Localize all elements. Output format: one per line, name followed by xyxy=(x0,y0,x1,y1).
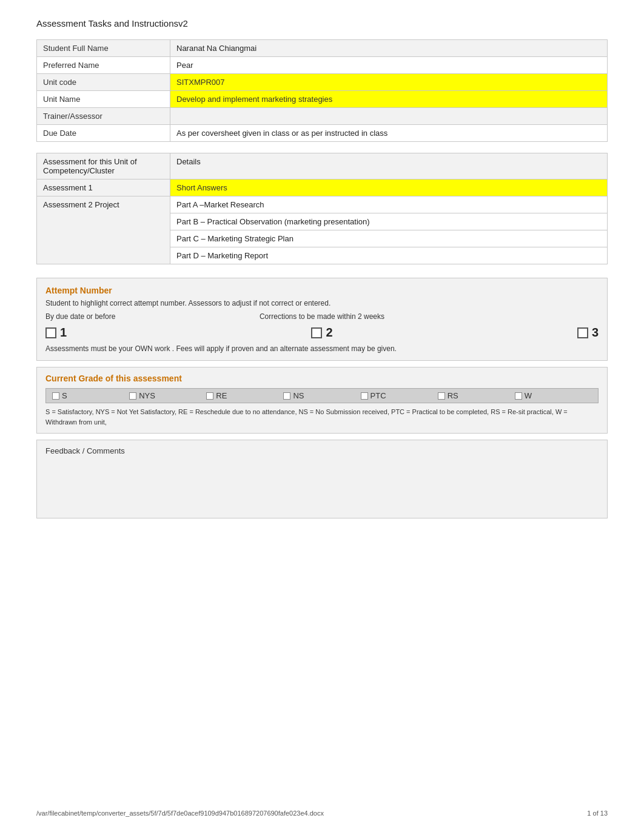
student-info-value: SITXMPR007 xyxy=(170,74,608,91)
own-work-note: Assessments must be your OWN work . Fees… xyxy=(45,344,599,353)
student-info-row: Student Full NameNaranat Na Chiangmai xyxy=(37,40,608,57)
assessment2-label: Assessment 2 Project xyxy=(37,196,170,264)
grade-checkbox-box xyxy=(52,392,59,400)
by-due-date-label: By due date or before xyxy=(45,312,230,321)
student-info-value: Pear xyxy=(170,57,608,74)
grade-option[interactable]: RE xyxy=(206,391,283,400)
student-info-value: Naranat Na Chiangmai xyxy=(170,40,608,57)
assessment-header-row: Assessment for this Unit of Competency/C… xyxy=(37,153,608,179)
grade-option[interactable]: NS xyxy=(283,391,360,400)
student-info-value xyxy=(170,108,608,125)
corrections-label: Corrections to be made within 2 weeks xyxy=(230,312,414,321)
grade-options-row: SNYSRENSPTCRSW xyxy=(45,388,599,403)
grade-legend: S = Satisfactory, NYS = Not Yet Satisfac… xyxy=(45,407,599,427)
assessment2-part-a: Part A –Market Research xyxy=(170,196,608,213)
checkbox-box-2 xyxy=(311,327,322,338)
assessment1-row: Assessment 1 Short Answers xyxy=(37,179,608,196)
checkbox-label-3: 3 xyxy=(592,326,599,340)
current-grade-section: Current Grade of this assessment SNYSREN… xyxy=(36,367,608,434)
attempt-checkbox-1[interactable]: 1 xyxy=(45,326,230,340)
assessment-header-value: Details xyxy=(170,153,608,179)
student-info-value: As per coversheet given in class or as p… xyxy=(170,125,608,142)
grade-option[interactable]: NYS xyxy=(129,391,206,400)
footer-page-label: 1 of 13 xyxy=(587,810,608,817)
assessment1-label: Assessment 1 xyxy=(37,179,170,196)
footer-file-path: /var/filecabinet/temp/converter_assets/5… xyxy=(36,810,324,817)
grade-option-label: W xyxy=(525,391,532,400)
student-info-label: Student Full Name xyxy=(37,40,170,57)
grade-option-label: NS xyxy=(293,391,304,400)
checkbox-box-1 xyxy=(45,327,56,338)
assessment-header-label: Assessment for this Unit of Competency/C… xyxy=(37,153,170,179)
grade-checkbox-box xyxy=(206,392,213,400)
checkbox-box-3 xyxy=(577,327,588,338)
assessment2-part-b: Part B – Practical Observation (marketin… xyxy=(170,213,608,230)
grade-option[interactable]: W xyxy=(515,391,592,400)
grade-option[interactable]: PTC xyxy=(361,391,438,400)
grade-option-label: NYS xyxy=(139,391,155,400)
grade-option-label: RE xyxy=(216,391,227,400)
feedback-section: Feedback / Comments xyxy=(36,440,608,518)
assessment2-part-d: Part D – Marketing Report xyxy=(170,247,608,264)
grade-option[interactable]: S xyxy=(52,391,129,400)
student-info-row: Preferred NamePear xyxy=(37,57,608,74)
grade-option-label: RS xyxy=(448,391,458,400)
grade-checkbox-box xyxy=(361,392,368,400)
student-info-table: Student Full NameNaranat Na ChiangmaiPre… xyxy=(36,39,608,142)
attempt-title: Attempt Number xyxy=(45,286,599,295)
assessment1-value: Short Answers xyxy=(170,179,608,196)
student-info-row: Due DateAs per coversheet given in class… xyxy=(37,125,608,142)
student-info-label: Due Date xyxy=(37,125,170,142)
assessment2-main-row: Assessment 2 Project Part A –Market Rese… xyxy=(37,196,608,213)
grade-checkbox-box xyxy=(129,392,136,400)
attempt-description: Student to highlight correct attempt num… xyxy=(45,299,599,307)
checkbox-label-2: 2 xyxy=(326,326,332,340)
grade-option-label: PTC xyxy=(371,391,386,400)
attempt-checkbox-2[interactable]: 2 xyxy=(230,326,414,340)
checkbox-label-1: 1 xyxy=(60,326,67,340)
student-info-value: Develop and implement marketing strategi… xyxy=(170,91,608,108)
student-info-row: Trainer/Assessor xyxy=(37,108,608,125)
assessment-details-table: Assessment for this Unit of Competency/C… xyxy=(36,153,608,264)
attempt-section: Attempt Number Student to highlight corr… xyxy=(36,278,608,361)
student-info-row: Unit codeSITXMPR007 xyxy=(37,74,608,91)
student-info-label: Unit Name xyxy=(37,91,170,108)
grade-checkbox-box xyxy=(438,392,445,400)
grade-option[interactable]: RS xyxy=(438,391,515,400)
footer: /var/filecabinet/temp/converter_assets/5… xyxy=(36,810,608,817)
feedback-title: Feedback / Comments xyxy=(45,446,599,455)
student-info-label: Preferred Name xyxy=(37,57,170,74)
student-info-label: Unit code xyxy=(37,74,170,91)
attempt-labels-row: By due date or before Corrections to be … xyxy=(45,312,599,321)
grade-option-label: S xyxy=(62,391,67,400)
grade-checkbox-box xyxy=(283,392,290,400)
student-info-label: Trainer/Assessor xyxy=(37,108,170,125)
current-grade-title: Current Grade of this assessment xyxy=(45,374,599,383)
grade-checkbox-box xyxy=(515,392,522,400)
student-info-row: Unit NameDevelop and implement marketing… xyxy=(37,91,608,108)
assessment2-part-c: Part C – Marketing Strategic Plan xyxy=(170,230,608,247)
attempt-checkbox-3[interactable]: 3 xyxy=(414,326,599,340)
attempt-checkboxes-row: 1 2 3 xyxy=(45,326,599,340)
page-title: Assessment Tasks and Instructionsv2 xyxy=(36,18,608,29)
